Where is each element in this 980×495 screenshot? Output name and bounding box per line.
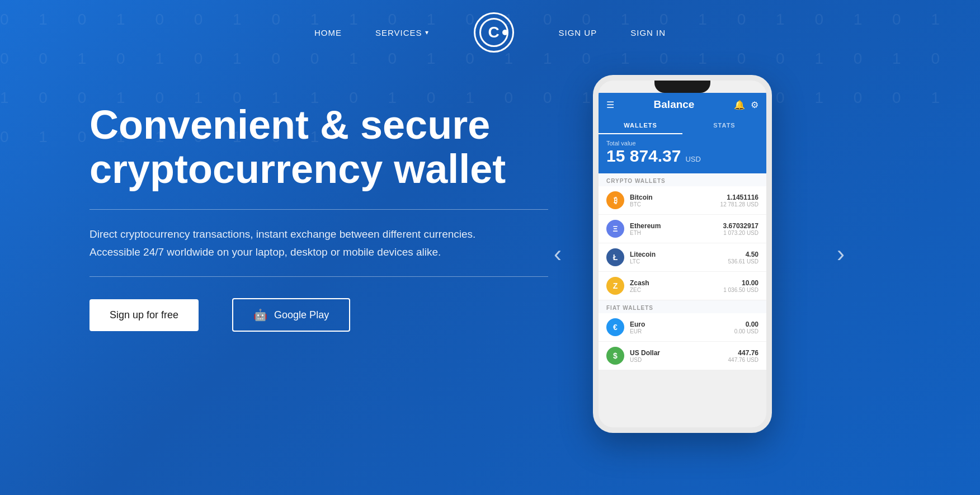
wallet-name: Zcash [630,279,723,287]
crypto-wallets-list: ₿ Bitcoin BTC 1.1451116 12 781.28 USD Ξ … [599,186,766,300]
hero-buttons: Sign up for free 🤖 Google Play [89,298,548,332]
wallet-amount: 3.67032917 [723,222,758,230]
nav-left: HOME SERVICES [314,28,429,37]
fiat-wallet-name: Euro [630,320,734,328]
wallet-icon: Ł [606,248,624,266]
hero-divider-top [89,209,548,210]
tab-stats[interactable]: STATS [682,117,766,134]
bell-icon: 🔔 [734,100,745,110]
fiat-wallet-info: Euro EUR [630,320,734,334]
wallet-item: Ł Litecoin LTC 4.50 536.61 USD [599,243,766,272]
nav-services[interactable]: SERVICES [375,28,429,37]
wallet-name: Ethereum [630,222,723,230]
wallet-icon: ₿ [606,191,624,209]
phone-total-card: Total value 15 874.37 USD [599,134,766,173]
wallet-item: Ξ Ethereum ETH 3.67032917 1 073.20 USD [599,215,766,243]
nav-signin[interactable]: SIGN IN [630,28,666,37]
carousel-next-button[interactable]: › [837,241,845,267]
wallet-info: Bitcoin BTC [630,194,720,208]
wallet-amounts: 10.00 1 036.50 USD [723,279,758,293]
fiat-wallet-item: € Euro EUR 0.00 0.00 USD [599,313,766,342]
fiat-wallets-list: € Euro EUR 0.00 0.00 USD $ US Dollar USD… [599,313,766,370]
wallet-amounts: 4.50 536.61 USD [728,251,758,265]
hero-section: Convenient & secure cryptocurrency walle… [0,58,980,483]
wallet-amount: 1.1451116 [720,194,758,201]
logo-inner-circle: C [479,18,508,47]
wallet-code: LTC [630,258,728,265]
wallet-info: Ethereum ETH [630,222,723,236]
fiat-wallet-info: US Dollar USD [630,349,728,363]
googleplay-label: Google Play [274,309,329,321]
logo[interactable]: C [474,12,514,53]
fiat-wallet-code: EUR [630,328,734,334]
phone-mockup-container: ‹ › 14:09 87% ☰ Balance 🔔 ⚙ WALLETS [593,75,805,433]
fiat-wallet-amount: 447.76 [728,349,758,357]
fiat-wallet-amounts: 447.76 447.76 USD [728,349,758,363]
fiat-wallet-code: USD [630,357,728,363]
hero-description: Direct cryptocurrency transactions, inst… [89,225,481,261]
wallet-usd: 12 781.28 USD [720,201,758,208]
hero-content: Convenient & secure cryptocurrency walle… [89,86,548,332]
wallet-name: Bitcoin [630,194,720,201]
fiat-wallet-amount: 0.00 [734,320,758,328]
fiat-wallet-name: US Dollar [630,349,728,357]
wallet-code: ETH [630,230,723,236]
nav-right: SIGN UP SIGN IN [559,28,666,37]
crypto-wallets-label: CRYPTO WALLETS [599,173,766,186]
settings-icon: ⚙ [751,100,758,110]
android-icon: 🤖 [253,308,267,322]
fiat-wallet-amounts: 0.00 0.00 USD [734,320,758,334]
fiat-wallet-usd: 447.76 USD [728,357,758,363]
phone-app-header: ☰ Balance 🔔 ⚙ [599,93,766,117]
fiat-wallet-icon: $ [606,347,624,365]
fiat-wallet-usd: 0.00 USD [734,328,758,334]
phone-notch [654,75,710,93]
hero-divider-bottom [89,276,548,277]
nav-signup[interactable]: SIGN UP [559,28,597,37]
phone-total-label: Total value [606,140,758,147]
wallet-amount: 10.00 [723,279,758,287]
wallet-amounts: 1.1451116 12 781.28 USD [720,194,758,208]
nav-home[interactable]: HOME [314,28,342,37]
fiat-wallets-label: FIAT WALLETS [599,300,766,313]
wallet-item: ₿ Bitcoin BTC 1.1451116 12 781.28 USD [599,186,766,215]
phone-header-title: Balance [654,98,695,111]
phone-frame: 14:09 87% ☰ Balance 🔔 ⚙ WALLETS STATS [593,75,772,433]
wallet-name: Litecoin [630,251,728,258]
wallet-item: Z Zcash ZEC 10.00 1 036.50 USD [599,272,766,300]
wallet-amount: 4.50 [728,251,758,258]
wallet-info: Zcash ZEC [630,279,723,293]
phone-total-currency: USD [685,155,700,163]
logo-outer-circle: C [474,12,514,53]
tab-wallets[interactable]: WALLETS [599,117,682,134]
navbar: HOME SERVICES C SIGN UP SIGN IN [0,0,980,58]
phone-header-icons: 🔔 ⚙ [734,100,758,110]
logo-dot [502,30,508,35]
hamburger-icon: ☰ [606,100,614,110]
fiat-wallet-item: $ US Dollar USD 447.76 447.76 USD [599,342,766,370]
wallet-amounts: 3.67032917 1 073.20 USD [723,222,758,236]
wallet-code: ZEC [630,287,723,293]
wallet-usd: 1 073.20 USD [723,230,758,236]
logo-letter: C [488,25,499,40]
wallet-usd: 1 036.50 USD [723,287,758,293]
wallet-info: Litecoin LTC [630,251,728,265]
wallet-icon: Z [606,277,624,295]
wallet-usd: 536.61 USD [728,258,758,265]
phone-tabs: WALLETS STATS [599,117,766,134]
fiat-wallet-icon: € [606,318,624,336]
wallet-icon: Ξ [606,220,624,238]
carousel-prev-button[interactable]: ‹ [554,241,562,267]
googleplay-button[interactable]: 🤖 Google Play [232,298,350,332]
phone-total-value: 15 874.37 USD [606,147,758,166]
wallet-code: BTC [630,201,720,208]
signup-button[interactable]: Sign up for free [89,299,199,331]
hero-title: Convenient & secure cryptocurrency walle… [89,103,548,191]
